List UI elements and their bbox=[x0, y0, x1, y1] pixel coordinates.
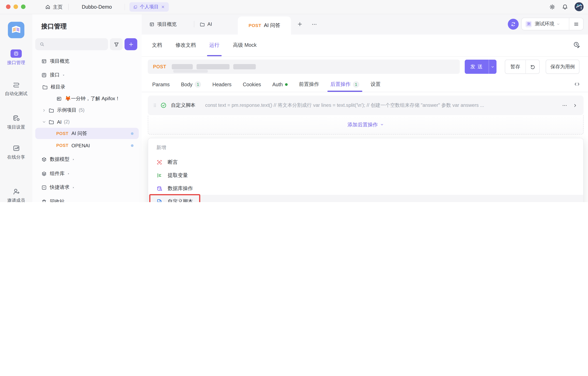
tree-item-🦊一分钟，了解 Apifox！[interactable]: 🦊一分钟，了解 Apifox！ bbox=[35, 93, 139, 104]
request-tab-Params[interactable]: Params bbox=[152, 77, 170, 92]
tree-item-label: 示例项目 bbox=[57, 107, 77, 114]
tab-project-overview[interactable]: 项目概览 bbox=[149, 14, 177, 34]
script-label: 自定义脚本 bbox=[171, 102, 195, 109]
request-tab-Headers[interactable]: Headers bbox=[212, 77, 232, 92]
environment-selector[interactable]: 测 测试环境 bbox=[521, 18, 584, 30]
request-tab-label: 设置 bbox=[370, 81, 381, 88]
filter-button[interactable] bbox=[110, 38, 123, 50]
request-tab-前置操作[interactable]: 前置操作 bbox=[299, 77, 319, 92]
code-view-icon[interactable] bbox=[574, 81, 580, 87]
menu-item-断言[interactable]: 断言 bbox=[148, 156, 583, 169]
request-tab-label: Headers bbox=[212, 82, 232, 87]
tree-item-OPENAI[interactable]: POSTOPENAI bbox=[35, 140, 139, 151]
request-tab-设置[interactable]: 设置 bbox=[370, 77, 381, 92]
main-area: 项目概览 AI POST AI 问答 测 测试环境 bbox=[142, 14, 588, 202]
tree-item-回收站[interactable]: 回收站 bbox=[35, 196, 139, 202]
avatar[interactable] bbox=[575, 2, 584, 11]
tree-item-label: AI 问答 bbox=[71, 130, 87, 137]
menu-item-label: 断言 bbox=[168, 159, 178, 166]
tab-label: AI bbox=[207, 21, 212, 27]
markdown-icon bbox=[56, 96, 62, 101]
tri-right-icon[interactable] bbox=[72, 157, 75, 161]
enabled-check-icon[interactable] bbox=[160, 102, 167, 108]
traffic-light-minimize-button[interactable] bbox=[13, 4, 18, 9]
tab-post-ai-qa[interactable]: POST AI 问答 bbox=[238, 17, 291, 34]
titlebar: 主页 Dubbo-Demo 个人项目 bbox=[0, 0, 588, 14]
menu-item-提取变量[interactable]: 提取变量 bbox=[148, 169, 583, 182]
doc-tab-运行[interactable]: 运行 bbox=[209, 34, 219, 56]
tri-right-icon[interactable] bbox=[67, 172, 70, 175]
overview-icon bbox=[149, 21, 154, 27]
new-tab-button[interactable] bbox=[297, 21, 303, 27]
env-menu-icon[interactable] bbox=[569, 18, 583, 30]
tree-item-快捷请求[interactable]: 快捷请求 bbox=[35, 182, 139, 193]
rail-item-4[interactable]: 邀请成员 bbox=[0, 188, 32, 202]
close-icon[interactable] bbox=[161, 5, 165, 9]
trash-icon bbox=[41, 199, 47, 202]
rail-item-label: 邀请成员 bbox=[0, 198, 32, 202]
search-input[interactable] bbox=[35, 38, 108, 50]
settings-icon[interactable] bbox=[549, 4, 556, 10]
save-as-case-button[interactable]: 保存为用例 bbox=[546, 60, 579, 74]
drag-handle-icon[interactable] bbox=[152, 103, 158, 108]
chev-down-icon[interactable] bbox=[42, 120, 46, 124]
tab-strip: 项目概览 AI POST AI 问答 测 测试环境 bbox=[142, 14, 588, 35]
undo-icon[interactable] bbox=[525, 60, 539, 73]
url-input[interactable]: POST bbox=[148, 60, 460, 74]
masked-url-block bbox=[197, 64, 230, 69]
tree-item-label: 🦊一分钟，了解 Apifox！ bbox=[65, 95, 120, 102]
rail-item-0[interactable]: 接口管理 bbox=[0, 50, 32, 66]
doc-tab-文档[interactable]: 文档 bbox=[152, 34, 162, 56]
menu-item-自定义脚本[interactable]: 自定义脚本 bbox=[148, 195, 583, 202]
request-tab-后置操作[interactable]: 后置操作1 bbox=[330, 77, 359, 92]
home-button[interactable]: 主页 bbox=[45, 3, 63, 11]
tri-right-icon[interactable] bbox=[72, 186, 75, 189]
send-button[interactable]: 发 送 bbox=[465, 60, 496, 74]
rail-item-1[interactable]: 自动化测试 bbox=[0, 81, 32, 97]
send-options-icon[interactable] bbox=[489, 60, 496, 74]
request-tab-bar: ParamsBody1HeadersCookiesAuth前置操作后置操作1设置 bbox=[142, 77, 588, 92]
item-count: (5) bbox=[79, 108, 85, 113]
add-api-button[interactable] bbox=[124, 38, 137, 50]
expand-icon[interactable] bbox=[573, 103, 577, 108]
tree-item-接口[interactable]: 接口 bbox=[35, 69, 139, 81]
tree-item-示例项目[interactable]: 示例项目(5) bbox=[35, 104, 139, 116]
traffic-light-close-button[interactable] bbox=[6, 4, 11, 9]
request-tab-Cookies[interactable]: Cookies bbox=[243, 77, 261, 92]
project-tab[interactable]: 个人项目 bbox=[129, 2, 169, 11]
tree-item-数据模型[interactable]: 数据模型 bbox=[35, 154, 139, 165]
tree-item-根目录[interactable]: 根目录 bbox=[35, 81, 139, 93]
masked-url-block bbox=[233, 64, 256, 69]
tree-item-label: 回收站 bbox=[50, 198, 64, 202]
tab-ai-folder[interactable]: AI bbox=[199, 14, 212, 34]
custom-script-row[interactable]: 自定义脚本 const text = pm.response.text() //… bbox=[148, 95, 584, 115]
request-tab-Auth[interactable]: Auth bbox=[272, 77, 288, 92]
doc-tab-修改文档[interactable]: 修改文档 bbox=[175, 34, 196, 56]
add-post-action-button[interactable]: 添加后置操作 bbox=[347, 121, 384, 128]
workspace-name[interactable]: Dubbo-Demo bbox=[82, 4, 112, 10]
traffic-light-zoom-button[interactable] bbox=[21, 4, 25, 9]
menu-item-数据库操作[interactable]: 数据库操作 bbox=[148, 182, 583, 195]
app-logo[interactable] bbox=[8, 22, 24, 38]
chev-right-icon[interactable] bbox=[42, 108, 46, 112]
unsaved-dot bbox=[131, 144, 133, 147]
tree-item-AI[interactable]: AI(2) bbox=[35, 116, 139, 127]
home-label: 主页 bbox=[53, 4, 63, 10]
tree-item-组件库[interactable]: 组件库 bbox=[35, 168, 139, 179]
rail-item-label: 项目设置 bbox=[0, 124, 32, 131]
folder-icon bbox=[42, 84, 48, 90]
rail-item-2[interactable]: 项目设置 bbox=[0, 114, 32, 130]
sync-button[interactable] bbox=[508, 19, 519, 30]
tree-item-项目概览[interactable]: 项目概览 bbox=[35, 55, 139, 67]
tree-item-AI 问答[interactable]: POSTAI 问答 bbox=[35, 128, 139, 139]
stash-button[interactable]: 暂存 bbox=[505, 60, 525, 73]
more-actions-icon[interactable] bbox=[562, 103, 567, 108]
doc-tab-高级 Mock[interactable]: 高级 Mock bbox=[233, 34, 257, 56]
rail-item-3[interactable]: 在线分享 bbox=[0, 144, 32, 160]
tri-down-icon[interactable] bbox=[62, 73, 65, 77]
tree-item-label: 根目录 bbox=[51, 84, 65, 90]
request-tab-Body[interactable]: Body1 bbox=[181, 77, 201, 92]
more-tabs-button[interactable] bbox=[311, 21, 317, 27]
history-icon[interactable] bbox=[573, 41, 580, 48]
notifications-icon[interactable] bbox=[562, 4, 568, 10]
